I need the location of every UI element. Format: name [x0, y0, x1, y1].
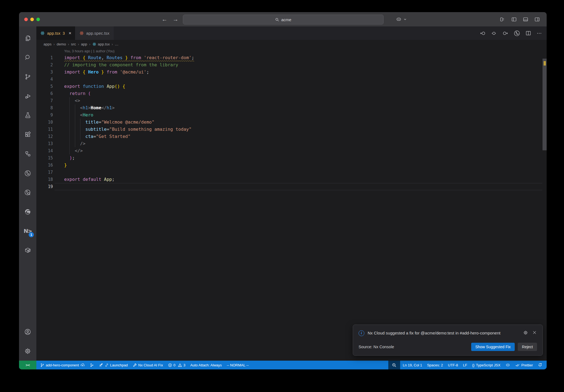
code-line[interactable]: 19 [36, 183, 547, 190]
encoding-status-item[interactable]: UTF-8 [446, 361, 460, 369]
vertical-scrollbar[interactable] [543, 59, 547, 150]
close-tab-icon[interactable]: × [69, 31, 71, 36]
tab-label: app.tsx [47, 31, 60, 36]
more-actions-icon[interactable] [536, 30, 542, 36]
line-number: 1 [36, 54, 53, 61]
react-icon [79, 31, 84, 36]
activity-run-and-debug[interactable] [19, 86, 36, 106]
code-line[interactable]: 17 [36, 169, 547, 176]
status-bar: >< add-hero-component Launchpad [19, 361, 547, 369]
activity-gitlens[interactable] [19, 164, 36, 183]
code-line[interactable]: 18export default App; [36, 176, 547, 183]
copilot-icon [505, 363, 510, 368]
activity-extensions[interactable] [19, 125, 36, 144]
cursor-position-status-item[interactable]: Ln 19, Col 1 [401, 361, 424, 369]
prettier-status-item[interactable]: Prettier [513, 361, 535, 369]
breadcrumb-item[interactable]: src [71, 42, 76, 46]
gitlens-forward-icon[interactable] [502, 30, 509, 37]
problems-status-item[interactable]: 0 3 [166, 361, 188, 369]
breadcrumb-item[interactable]: app.tsx [92, 42, 110, 46]
notification-settings-gear-icon[interactable] [523, 330, 528, 335]
activity-nx-console[interactable]: N> 1 [19, 221, 36, 241]
toggle-secondary-sidebar-icon[interactable] [534, 17, 540, 22]
breadcrumb-separator: › [89, 42, 90, 46]
code-editor[interactable]: You, 3 hours ago | 1 author (You) 1impor… [36, 48, 547, 361]
reject-button[interactable]: Reject [518, 343, 537, 351]
zoom-window-button[interactable] [36, 18, 40, 21]
language-label: TypeScript JSX [476, 363, 500, 367]
line-number: 8 [36, 104, 53, 111]
git-branch-icon [40, 363, 44, 367]
navigate-forward-icon[interactable]: → [173, 12, 178, 26]
auto-attach-status-item[interactable]: Auto Attach: Always [188, 361, 224, 369]
activity-commit-search[interactable] [19, 183, 36, 202]
branch-status-item[interactable]: add-hero-component [38, 361, 87, 369]
chevron-down-icon[interactable] [403, 18, 407, 21]
code-line[interactable]: 16} [36, 162, 547, 169]
code-line[interactable]: 6 return ( [36, 90, 547, 97]
code-line[interactable]: 15 ); [36, 154, 547, 162]
code-line[interactable]: 11 subtitle="Build something amazing tod… [36, 126, 547, 133]
activity-edge-browser[interactable] [19, 202, 36, 221]
warning-icon [178, 363, 182, 367]
gear-icon [24, 347, 31, 355]
nx-badge: 1 [29, 232, 34, 237]
minimize-window-button[interactable] [30, 18, 34, 21]
nx-cloud-fix-status-item[interactable]: Nx Cloud AI Fix [131, 361, 165, 369]
encoding-label: UTF-8 [448, 363, 458, 367]
close-notification-icon[interactable] [532, 330, 537, 335]
code-line[interactable]: 5export function App() { [36, 83, 547, 90]
breadcrumb-item[interactable]: demo [57, 42, 66, 46]
launchpad-status-item[interactable]: Launchpad [97, 361, 130, 369]
code-line[interactable]: 14 </> [36, 147, 547, 154]
settings-button[interactable] [19, 341, 36, 361]
code-line[interactable]: 9 <Hero [36, 111, 547, 119]
copilot-status-item[interactable] [503, 361, 513, 369]
gitlens-current-icon[interactable] [491, 30, 497, 37]
vim-mode-status-item[interactable]: -- NORMAL -- [224, 361, 251, 369]
command-center-search[interactable]: acme [183, 15, 384, 24]
language-mode-status-item[interactable]: {} TypeScript JSX [470, 361, 503, 369]
copilot-icon[interactable] [396, 16, 402, 22]
wrench-icon [133, 363, 137, 367]
breadcrumb-item[interactable]: app [81, 42, 87, 46]
activity-testing[interactable] [19, 106, 36, 125]
notifications-bell-status-item[interactable] [536, 361, 544, 369]
eol-status-item[interactable]: LF [461, 361, 469, 369]
zoom-status-item[interactable] [388, 361, 400, 369]
tab-app-spec-tsx[interactable]: app.spec.tsx [75, 26, 113, 40]
line-number: 11 [36, 126, 53, 133]
toggle-primary-sidebar-icon[interactable] [511, 17, 517, 22]
breadcrumb-item[interactable]: … [115, 42, 119, 46]
code-line[interactable]: 1import { Route, Routes } from 'react-ro… [36, 54, 547, 61]
code-line[interactable]: 7 <> [36, 97, 547, 104]
tab-app-tsx[interactable]: app.tsx 3 × [36, 26, 75, 40]
close-window-button[interactable] [24, 18, 28, 21]
code-line[interactable]: 10 title="Welcmoe @acme/demo" [36, 119, 547, 126]
remote-indicator[interactable]: >< [19, 361, 36, 369]
code-line-content: export default App; [64, 176, 115, 183]
show-suggested-fix-button[interactable]: Show Suggested Fix [471, 343, 515, 351]
navigate-back-icon[interactable]: ← [162, 12, 167, 26]
code-line[interactable]: 2// importing the component from the lib… [36, 61, 547, 69]
line-number: 5 [36, 83, 53, 90]
gitlens-back-icon[interactable] [479, 30, 486, 37]
activity-references[interactable] [19, 144, 36, 164]
account-button[interactable] [19, 322, 36, 341]
activity-source-control[interactable] [19, 67, 36, 86]
activity-containers[interactable] [19, 241, 36, 260]
code-line[interactable]: 4 [36, 76, 547, 83]
breadcrumb-item[interactable]: apps [44, 42, 51, 46]
split-editor-icon[interactable] [525, 30, 532, 36]
code-line[interactable]: 12 cta="Get Started" [36, 133, 547, 140]
indentation-status-item[interactable]: Spaces: 2 [425, 361, 445, 369]
activity-explorer[interactable] [19, 29, 36, 48]
activity-search[interactable] [19, 48, 36, 67]
git-graph-icon[interactable] [513, 30, 520, 37]
code-line[interactable]: 3import { Hero } from '@acme/ui'; [36, 69, 547, 76]
code-line[interactable]: 13 /> [36, 140, 547, 147]
toggle-panel-icon[interactable] [523, 17, 528, 22]
customize-layout-icon[interactable] [500, 17, 505, 22]
git-graph-status-item[interactable] [88, 361, 96, 369]
code-line[interactable]: 8 <h1>Home</h1> [36, 104, 547, 111]
